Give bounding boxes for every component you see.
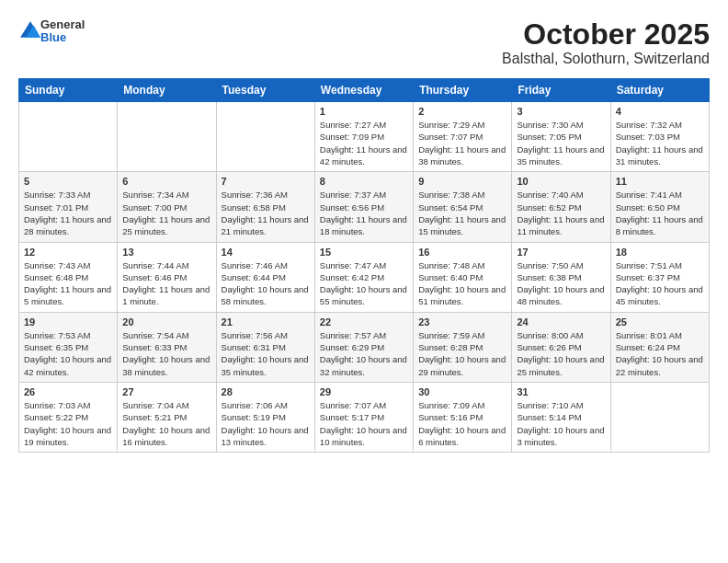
day-info: Sunrise: 7:53 AMSunset: 6:35 PMDaylight:… [24,329,112,378]
day-number: 2 [418,106,506,117]
title-block: October 2025 Balsthal, Solothurn, Switze… [502,18,710,67]
month-title: October 2025 [502,18,710,51]
calendar-cell: 17Sunrise: 7:50 AMSunset: 6:38 PMDayligh… [512,242,610,312]
calendar-cell: 13Sunrise: 7:44 AMSunset: 6:46 PMDayligh… [118,242,216,312]
day-info: Sunrise: 7:50 AMSunset: 6:38 PMDaylight:… [517,259,605,308]
calendar-week-3: 12Sunrise: 7:43 AMSunset: 6:48 PMDayligh… [19,242,710,312]
day-info: Sunrise: 7:27 AMSunset: 7:09 PMDaylight:… [320,119,408,167]
day-info: Sunrise: 7:51 AMSunset: 6:37 PMDaylight:… [616,259,704,308]
header: General Blue October 2025 Balsthal, Solo… [18,18,710,67]
day-info: Sunrise: 7:36 AMSunset: 6:58 PMDaylight:… [222,189,310,237]
calendar-cell [19,102,118,172]
calendar-header-row: Sunday Monday Tuesday Wednesday Thursday… [19,79,710,102]
col-friday: Friday [512,79,610,102]
day-number: 31 [517,386,605,397]
day-number: 29 [320,386,408,397]
calendar-cell: 28Sunrise: 7:06 AMSunset: 5:19 PMDayligh… [216,382,314,452]
calendar-cell: 2Sunrise: 7:29 AMSunset: 7:07 PMDaylight… [414,102,512,172]
calendar-cell: 24Sunrise: 8:00 AMSunset: 6:26 PMDayligh… [512,312,610,382]
calendar-cell: 10Sunrise: 7:40 AMSunset: 6:52 PMDayligh… [512,172,610,242]
calendar-week-4: 19Sunrise: 7:53 AMSunset: 6:35 PMDayligh… [19,312,710,382]
day-info: Sunrise: 7:29 AMSunset: 7:07 PMDaylight:… [418,119,506,167]
day-number: 15 [320,247,408,258]
logo-blue: Blue [40,30,66,44]
calendar-cell: 31Sunrise: 7:10 AMSunset: 5:14 PMDayligh… [512,382,610,452]
day-info: Sunrise: 7:57 AMSunset: 6:29 PMDaylight:… [320,329,408,378]
day-number: 28 [222,386,310,397]
day-number: 21 [222,316,310,327]
calendar-cell: 26Sunrise: 7:03 AMSunset: 5:22 PMDayligh… [19,382,118,452]
day-info: Sunrise: 7:33 AMSunset: 7:01 PMDaylight:… [24,189,112,237]
calendar-cell: 6Sunrise: 7:34 AMSunset: 7:00 PMDaylight… [118,172,216,242]
day-info: Sunrise: 7:46 AMSunset: 6:44 PMDaylight:… [222,259,310,308]
day-number: 5 [24,176,112,187]
day-number: 11 [616,176,704,187]
day-number: 6 [122,176,210,187]
page: General Blue October 2025 Balsthal, Solo… [0,0,728,462]
calendar-cell [118,102,216,172]
calendar-cell: 18Sunrise: 7:51 AMSunset: 6:37 PMDayligh… [610,242,709,312]
calendar: Sunday Monday Tuesday Wednesday Thursday… [18,78,710,453]
col-saturday: Saturday [610,79,709,102]
location: Balsthal, Solothurn, Switzerland [502,51,710,67]
calendar-cell: 22Sunrise: 7:57 AMSunset: 6:29 PMDayligh… [314,312,413,382]
day-info: Sunrise: 7:56 AMSunset: 6:31 PMDaylight:… [222,329,310,378]
day-number: 25 [616,316,704,327]
day-number: 10 [517,176,605,187]
col-thursday: Thursday [414,79,512,102]
day-info: Sunrise: 7:07 AMSunset: 5:17 PMDaylight:… [320,399,408,448]
calendar-cell: 16Sunrise: 7:48 AMSunset: 6:40 PMDayligh… [414,242,512,312]
day-number: 27 [122,386,210,397]
day-info: Sunrise: 7:37 AMSunset: 6:56 PMDaylight:… [320,189,408,237]
day-number: 30 [418,386,506,397]
col-wednesday: Wednesday [314,79,413,102]
day-number: 19 [24,316,112,327]
calendar-cell: 29Sunrise: 7:07 AMSunset: 5:17 PMDayligh… [314,382,413,452]
day-number: 8 [320,176,408,187]
day-number: 16 [418,247,506,258]
day-info: Sunrise: 7:48 AMSunset: 6:40 PMDaylight:… [418,259,506,308]
calendar-cell: 11Sunrise: 7:41 AMSunset: 6:50 PMDayligh… [610,172,709,242]
calendar-cell: 3Sunrise: 7:30 AMSunset: 7:05 PMDaylight… [512,102,610,172]
day-info: Sunrise: 7:09 AMSunset: 5:16 PMDaylight:… [418,399,506,448]
day-info: Sunrise: 7:34 AMSunset: 7:00 PMDaylight:… [122,189,210,237]
day-info: Sunrise: 7:54 AMSunset: 6:33 PMDaylight:… [122,329,210,378]
day-info: Sunrise: 7:06 AMSunset: 5:19 PMDaylight:… [222,399,310,448]
col-sunday: Sunday [19,79,118,102]
calendar-cell: 20Sunrise: 7:54 AMSunset: 6:33 PMDayligh… [118,312,216,382]
calendar-cell: 23Sunrise: 7:59 AMSunset: 6:28 PMDayligh… [414,312,512,382]
day-number: 23 [418,316,506,327]
calendar-week-2: 5Sunrise: 7:33 AMSunset: 7:01 PMDaylight… [19,172,710,242]
col-tuesday: Tuesday [216,79,314,102]
calendar-cell: 8Sunrise: 7:37 AMSunset: 6:56 PMDaylight… [314,172,413,242]
day-info: Sunrise: 7:40 AMSunset: 6:52 PMDaylight:… [517,189,605,237]
day-number: 1 [320,106,408,117]
day-info: Sunrise: 7:03 AMSunset: 5:22 PMDaylight:… [24,399,112,448]
calendar-week-5: 26Sunrise: 7:03 AMSunset: 5:22 PMDayligh… [19,382,710,452]
calendar-cell: 27Sunrise: 7:04 AMSunset: 5:21 PMDayligh… [118,382,216,452]
day-info: Sunrise: 7:44 AMSunset: 6:46 PMDaylight:… [122,259,210,308]
calendar-cell [216,102,314,172]
calendar-week-1: 1Sunrise: 7:27 AMSunset: 7:09 PMDaylight… [19,102,710,172]
col-monday: Monday [118,79,216,102]
day-info: Sunrise: 7:10 AMSunset: 5:14 PMDaylight:… [517,399,605,448]
day-number: 26 [24,386,112,397]
day-number: 12 [24,247,112,258]
day-info: Sunrise: 8:00 AMSunset: 6:26 PMDaylight:… [517,329,605,378]
day-number: 4 [616,106,704,117]
day-info: Sunrise: 7:47 AMSunset: 6:42 PMDaylight:… [320,259,408,308]
day-info: Sunrise: 7:30 AMSunset: 7:05 PMDaylight:… [517,119,605,167]
day-info: Sunrise: 7:38 AMSunset: 6:54 PMDaylight:… [418,189,506,237]
day-number: 13 [122,247,210,258]
day-info: Sunrise: 8:01 AMSunset: 6:24 PMDaylight:… [616,329,704,378]
day-info: Sunrise: 7:43 AMSunset: 6:48 PMDaylight:… [24,259,112,308]
day-number: 3 [517,106,605,117]
calendar-cell [610,382,709,452]
logo: General Blue [18,18,85,45]
day-number: 14 [222,247,310,258]
calendar-cell: 15Sunrise: 7:47 AMSunset: 6:42 PMDayligh… [314,242,413,312]
calendar-cell: 21Sunrise: 7:56 AMSunset: 6:31 PMDayligh… [216,312,314,382]
calendar-cell: 9Sunrise: 7:38 AMSunset: 6:54 PMDaylight… [414,172,512,242]
calendar-cell: 1Sunrise: 7:27 AMSunset: 7:09 PMDaylight… [314,102,413,172]
calendar-cell: 5Sunrise: 7:33 AMSunset: 7:01 PMDaylight… [19,172,118,242]
